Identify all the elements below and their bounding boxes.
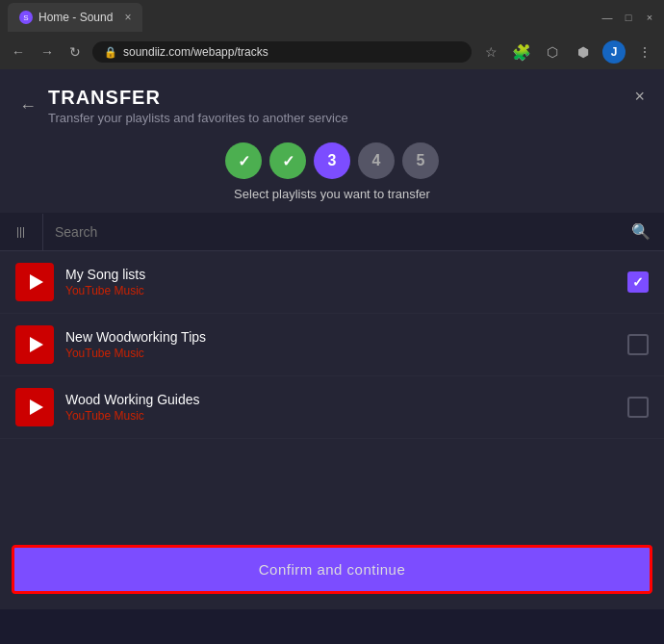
playlist-source: YouTube Music — [65, 347, 616, 360]
list-item: New Woodworking Tips YouTube Music — [0, 314, 664, 376]
tab-favicon: S — [19, 11, 33, 24]
step-5[interactable]: 5 — [402, 142, 439, 179]
filter-icon[interactable]: ⫼ — [0, 214, 43, 250]
playlist-thumbnail — [15, 388, 54, 426]
playlist-list: My Song lists YouTube Music ✓ New Woodwo… — [0, 251, 664, 439]
panel-close-button[interactable]: × — [634, 87, 645, 107]
step-3[interactable]: 3 — [314, 142, 350, 179]
play-icon — [30, 399, 43, 415]
app-content: ← TRANSFER Transfer your playlists and f… — [0, 69, 664, 609]
list-item: My Song lists YouTube Music ✓ — [0, 251, 664, 314]
refresh-button[interactable]: ↻ — [65, 40, 85, 64]
star-icon[interactable]: ☆ — [479, 40, 502, 64]
playlist-info: New Woodworking Tips YouTube Music — [65, 329, 616, 360]
search-icon: 🔍 — [618, 213, 664, 250]
playlist-checkbox-2[interactable] — [627, 334, 649, 355]
playlist-source: YouTube Music — [65, 409, 616, 423]
url-text: soundiiz.com/webapp/tracks — [123, 45, 268, 59]
tab-close-button[interactable]: × — [124, 11, 131, 24]
window-close-button[interactable]: × — [643, 11, 656, 24]
check-mark-icon: ✓ — [632, 274, 644, 290]
avatar[interactable]: J — [602, 40, 626, 64]
back-title-group: ← TRANSFER Transfer your playlists and f… — [19, 87, 348, 125]
lock-icon: 🔒 — [104, 46, 117, 59]
steps-container: ✓ ✓ 3 4 5 — [0, 135, 664, 183]
title-bar: S Home - Sound × — □ × — [0, 0, 664, 35]
confirm-button[interactable]: Confirm and continue — [12, 545, 652, 594]
queue-icon[interactable]: ⬢ — [572, 40, 595, 64]
menu-icon[interactable]: ⋮ — [633, 40, 656, 64]
search-input[interactable] — [43, 215, 618, 249]
playlist-name: New Woodworking Tips — [65, 329, 616, 345]
step-2[interactable]: ✓ — [269, 142, 306, 179]
playlist-info: Wood Working Guides YouTube Music — [65, 392, 616, 423]
step-description: Select playlists you want to transfer — [0, 183, 664, 213]
toolbar-icons: ☆ 🧩 ⬡ ⬢ J ⋮ — [479, 40, 656, 64]
confirm-button-wrapper: Confirm and continue — [12, 545, 652, 594]
playlist-thumbnail — [15, 325, 54, 364]
step-1[interactable]: ✓ — [225, 142, 262, 179]
forward-button[interactable]: → — [37, 40, 58, 64]
transfer-title: TRANSFER — [48, 87, 348, 109]
transfer-subtitle: Transfer your playlists and favorites to… — [48, 111, 348, 125]
extension-icon[interactable]: 🧩 — [510, 40, 533, 64]
playlist-thumbnail — [15, 263, 54, 301]
search-bar: ⫼ 🔍 — [0, 213, 664, 251]
maximize-button[interactable]: □ — [622, 11, 635, 24]
transfer-panel: ← TRANSFER Transfer your playlists and f… — [0, 69, 664, 609]
playlist-checkbox-3[interactable] — [627, 397, 649, 418]
playlist-name: Wood Working Guides — [65, 392, 616, 407]
browser-chrome: S Home - Sound × — □ × ← → ↻ 🔒 soundiiz.… — [0, 0, 664, 69]
play-icon — [30, 337, 43, 352]
playlist-source: YouTube Music — [65, 284, 616, 297]
back-button[interactable]: ← — [8, 40, 29, 64]
tab-title: Home - Sound — [38, 11, 113, 24]
back-arrow-button[interactable]: ← — [19, 96, 37, 116]
extension2-icon[interactable]: ⬡ — [541, 40, 564, 64]
browser-tab[interactable]: S Home - Sound × — [8, 3, 142, 32]
window-controls: — □ × — [600, 11, 656, 24]
play-icon — [30, 274, 43, 290]
step-4[interactable]: 4 — [358, 142, 395, 179]
panel-header: ← TRANSFER Transfer your playlists and f… — [0, 69, 664, 135]
url-bar[interactable]: 🔒 soundiiz.com/webapp/tracks — [92, 41, 472, 63]
minimize-button[interactable]: — — [600, 11, 614, 24]
playlist-checkbox-1[interactable]: ✓ — [627, 271, 649, 293]
playlist-name: My Song lists — [65, 267, 616, 282]
playlist-info: My Song lists YouTube Music — [65, 267, 616, 297]
list-item: Wood Working Guides YouTube Music — [0, 376, 664, 439]
address-bar: ← → ↻ 🔒 soundiiz.com/webapp/tracks ☆ 🧩 ⬡… — [0, 35, 664, 69]
